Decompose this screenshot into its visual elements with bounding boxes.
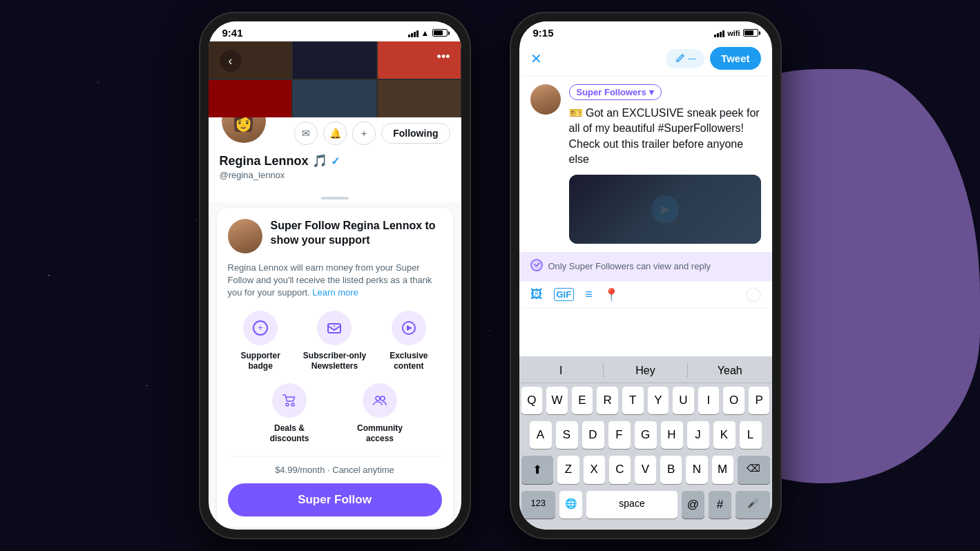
perk-label-community: Communityaccess bbox=[357, 423, 403, 445]
phone-1: 9:41 ▲ bbox=[200, 13, 470, 538]
svg-point-7 bbox=[376, 396, 380, 400]
list-icon[interactable]: ≡ bbox=[585, 287, 593, 302]
chevron-down-icon: ▾ bbox=[649, 87, 654, 97]
battery-fill bbox=[434, 30, 443, 35]
tweet-button[interactable]: Tweet bbox=[710, 47, 760, 70]
key-i[interactable]: I bbox=[698, 387, 720, 414]
at-key[interactable]: @ bbox=[682, 491, 704, 519]
cover-grid bbox=[209, 41, 461, 117]
key-r[interactable]: R bbox=[597, 387, 618, 414]
perk-label-deals: Deals &discounts bbox=[270, 423, 309, 445]
card-description: Regina Lennox will earn money from your … bbox=[228, 262, 442, 300]
key-k[interactable]: K bbox=[713, 421, 736, 449]
perk-newsletters: + Subscriber-onlyNewsletters bbox=[302, 311, 367, 372]
microphone-key[interactable]: 🎤 bbox=[736, 491, 770, 519]
more-button[interactable]: ••• bbox=[437, 50, 450, 64]
key-f[interactable]: F bbox=[608, 421, 631, 449]
key-row-4: 123 🌐 space @ # 🎤 bbox=[519, 487, 772, 530]
perks-grid-bottom: Deals &discounts Communityaccess bbox=[228, 383, 442, 445]
key-g[interactable]: G bbox=[635, 421, 657, 449]
char-counter bbox=[746, 287, 761, 302]
profile-name: Regina Lennox 🎵 ✓ bbox=[220, 153, 450, 168]
composer-content: Super Followers ▾ 🎫 Got an EXCLUSIVE sne… bbox=[569, 84, 761, 244]
key-d[interactable]: D bbox=[582, 421, 604, 449]
perk-icon-badge: + bbox=[243, 311, 278, 345]
following-button[interactable]: Following bbox=[381, 123, 450, 144]
key-t[interactable]: T bbox=[622, 387, 644, 414]
key-w[interactable]: W bbox=[546, 387, 568, 414]
key-p[interactable]: P bbox=[749, 387, 770, 414]
svg-text:+: + bbox=[333, 323, 336, 329]
message-button[interactable]: ✉ bbox=[294, 122, 318, 145]
key-v[interactable]: V bbox=[635, 456, 656, 484]
key-z[interactable]: Z bbox=[557, 456, 579, 484]
perk-icon-content bbox=[392, 311, 426, 345]
phone-1-screen: 9:41 ▲ bbox=[209, 21, 461, 530]
gif-icon[interactable]: GIF bbox=[554, 288, 575, 301]
hash-key[interactable]: # bbox=[709, 491, 731, 519]
add-button[interactable]: + bbox=[352, 122, 376, 145]
draft-button[interactable]: — bbox=[666, 49, 704, 68]
status-bar-2: 9:15 wifi bbox=[519, 21, 772, 41]
notice-icon bbox=[530, 259, 543, 274]
close-button[interactable]: ✕ bbox=[530, 50, 542, 67]
scroll-pill bbox=[321, 197, 349, 200]
perk-community: Communityaccess bbox=[339, 383, 421, 445]
predictive-word-2[interactable]: Hey bbox=[604, 362, 687, 380]
predictive-word-1[interactable]: I bbox=[519, 362, 603, 380]
status-bar-1: 9:41 ▲ bbox=[209, 21, 461, 41]
notifications-button[interactable]: 🔔 bbox=[323, 122, 347, 145]
key-o[interactable]: O bbox=[723, 387, 744, 414]
key-b[interactable]: B bbox=[660, 456, 682, 484]
learn-more-link[interactable]: Learn more bbox=[312, 287, 358, 298]
key-h[interactable]: H bbox=[661, 421, 683, 449]
key-c[interactable]: C bbox=[609, 456, 631, 484]
card-header: Super Follow Regina Lennox to show your … bbox=[228, 219, 442, 253]
tweet-text[interactable]: 🎫 Got an EXCLUSIVE sneak peek for all of… bbox=[569, 106, 761, 168]
image-icon[interactable]: 🖼 bbox=[530, 287, 543, 302]
audience-label: Super Followers bbox=[577, 87, 646, 97]
perk-exclusive-content: Exclusivecontent bbox=[376, 311, 441, 372]
card-title: Super Follow Regina Lennox to show your … bbox=[271, 219, 442, 248]
globe-icon[interactable]: 🌐 bbox=[559, 491, 582, 519]
composer-body: Super Followers ▾ 🎫 Got an EXCLUSIVE sne… bbox=[519, 76, 772, 252]
back-button[interactable]: ‹ bbox=[220, 50, 242, 72]
key-a[interactable]: A bbox=[530, 421, 552, 449]
key-j[interactable]: J bbox=[687, 421, 709, 449]
super-followers-notice: Only Super Followers can view and reply bbox=[519, 252, 772, 281]
key-y[interactable]: Y bbox=[648, 387, 669, 414]
predictive-word-3[interactable]: Yeah bbox=[688, 362, 771, 380]
key-e[interactable]: E bbox=[572, 387, 593, 414]
time-2: 9:15 bbox=[533, 27, 554, 39]
perks-grid-top: + Supporterbadge + Subscriber-onlyNewsle… bbox=[228, 311, 442, 372]
key-n[interactable]: N bbox=[686, 456, 707, 484]
numbers-key[interactable]: 123 bbox=[521, 491, 556, 519]
space-key[interactable]: space bbox=[586, 491, 678, 519]
signal-icon-2 bbox=[714, 29, 724, 37]
card-avatar bbox=[228, 219, 262, 253]
key-x[interactable]: X bbox=[584, 456, 605, 484]
location-icon[interactable]: 📍 bbox=[604, 287, 619, 302]
perk-deals: Deals &discounts bbox=[249, 383, 331, 445]
cover-cell bbox=[293, 41, 376, 79]
super-follow-button[interactable]: Super Follow bbox=[228, 483, 442, 516]
cover-cell bbox=[378, 80, 461, 117]
delete-key[interactable]: ⌫ bbox=[738, 456, 770, 484]
key-q[interactable]: Q bbox=[521, 387, 543, 414]
key-m[interactable]: M bbox=[712, 456, 733, 484]
perk-label-content: Exclusivecontent bbox=[390, 351, 427, 372]
signal-bar-3 bbox=[414, 32, 416, 37]
shift-key[interactable]: ⬆ bbox=[521, 456, 554, 484]
status-icons-1: ▲ bbox=[408, 28, 448, 38]
key-s[interactable]: S bbox=[556, 421, 578, 449]
key-u[interactable]: U bbox=[673, 387, 694, 414]
status-icons-2: wifi bbox=[714, 29, 758, 37]
video-bg bbox=[569, 175, 761, 244]
cover-photo: ‹ ••• bbox=[209, 41, 461, 117]
wifi-icon: ▲ bbox=[421, 28, 430, 38]
perk-icon-deals bbox=[272, 383, 307, 418]
key-l[interactable]: L bbox=[740, 421, 762, 449]
key-row-3: ⬆ Z X C V B N M ⌫ bbox=[519, 452, 772, 487]
phones-container: 9:41 ▲ bbox=[0, 0, 980, 551]
audience-selector[interactable]: Super Followers ▾ bbox=[569, 84, 662, 100]
